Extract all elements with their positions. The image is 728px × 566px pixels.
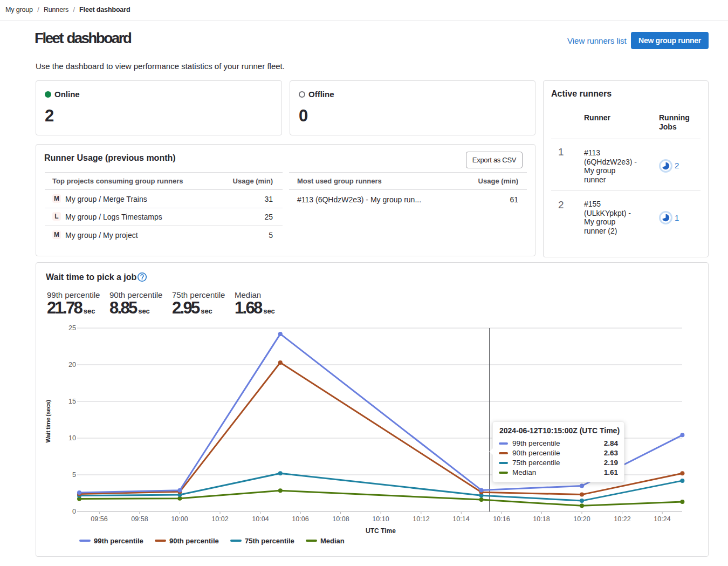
svg-text:10:20: 10:20 [573,515,590,523]
svg-text:10:22: 10:22 [614,515,630,523]
svg-text:Wait time (secs): Wait time (secs) [45,400,51,443]
svg-text:15: 15 [68,398,76,405]
svg-text:UTC Time: UTC Time [366,527,396,535]
svg-text:10:02: 10:02 [211,515,228,523]
svg-text:10:16: 10:16 [493,515,510,523]
svg-text:10:00: 10:00 [171,515,188,523]
svg-text:10: 10 [68,434,76,442]
svg-text:10:12: 10:12 [413,515,429,523]
svg-text:10:14: 10:14 [452,515,469,523]
svg-text:10:08: 10:08 [332,515,349,523]
svg-text:10:06: 10:06 [292,515,308,523]
svg-text:10:18: 10:18 [533,515,550,523]
svg-text:09:58: 09:58 [131,515,148,523]
svg-text:25: 25 [68,324,76,332]
svg-text:0: 0 [72,508,76,515]
svg-text:10:04: 10:04 [252,515,269,523]
svg-text:09:56: 09:56 [91,515,107,523]
svg-text:10:10: 10:10 [372,515,389,523]
svg-text:10:24: 10:24 [654,515,670,523]
svg-text:20: 20 [68,361,76,369]
svg-text:5: 5 [72,471,76,479]
